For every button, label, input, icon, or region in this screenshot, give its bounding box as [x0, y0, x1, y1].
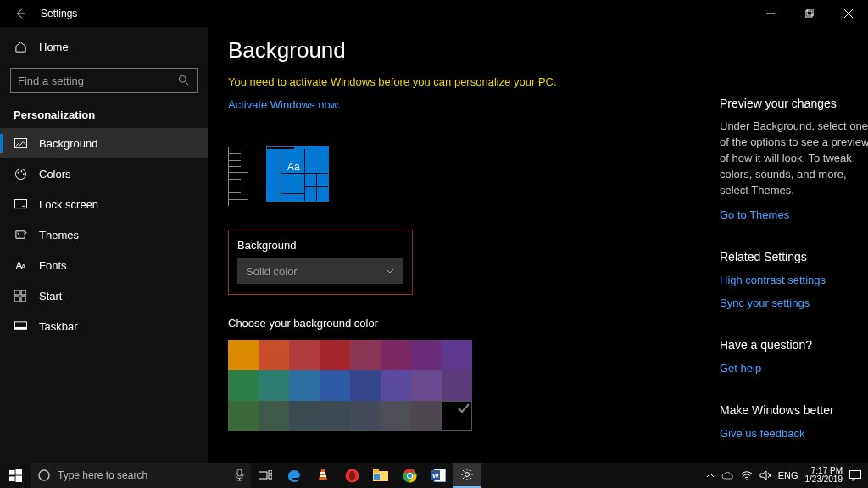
svg-point-19 [39, 470, 49, 480]
color-swatch[interactable] [320, 401, 350, 431]
taskbar: Type here to search W ENG 7:17 PM 1/23/2… [0, 463, 868, 488]
file-explorer-icon[interactable] [366, 463, 395, 488]
tray-wifi-icon[interactable] [741, 470, 753, 480]
sidebar-item-themes[interactable]: Themes [0, 219, 208, 250]
edge-icon[interactable] [280, 463, 309, 488]
svg-rect-3 [14, 138, 26, 147]
palette-icon [14, 167, 27, 180]
color-swatch[interactable] [289, 340, 320, 370]
sidebar-item-lockscreen[interactable]: Lock screen [0, 189, 208, 219]
go-to-themes-link[interactable]: Go to Themes [720, 208, 868, 224]
start-icon [14, 289, 27, 302]
chrome-icon[interactable] [395, 463, 424, 488]
color-swatch[interactable] [320, 370, 350, 401]
svg-point-38 [465, 473, 470, 477]
color-swatch[interactable] [228, 340, 259, 370]
svg-point-2 [179, 75, 186, 82]
tray-date: 1/23/2019 [805, 475, 843, 485]
svg-rect-8 [14, 199, 26, 208]
tray-volume-icon[interactable] [760, 470, 771, 480]
lockscreen-icon [14, 197, 27, 211]
color-swatch[interactable] [350, 340, 381, 370]
tray-lang[interactable]: ENG [778, 470, 798, 480]
color-swatch[interactable] [350, 401, 381, 431]
color-swatch[interactable] [228, 370, 259, 401]
maximize-button[interactable] [790, 0, 829, 27]
preview-sample-text: Aa [287, 161, 300, 173]
word-icon[interactable]: W [424, 463, 453, 488]
svg-rect-12 [21, 297, 26, 302]
close-button[interactable] [829, 0, 868, 27]
main-content: Background You need to activate Windows … [208, 27, 868, 463]
start-button[interactable] [0, 463, 31, 488]
get-help-link[interactable]: Get help [720, 361, 868, 377]
tray-chevron-icon[interactable] [706, 471, 715, 480]
svg-point-7 [22, 173, 24, 175]
sidebar-item-start[interactable]: Start [0, 280, 208, 311]
preview-tile: Aa [267, 147, 328, 201]
svg-rect-30 [374, 474, 380, 480]
taskbar-icon [14, 319, 27, 333]
svg-rect-22 [269, 470, 272, 474]
color-swatch[interactable] [381, 401, 411, 431]
task-view-icon[interactable] [251, 463, 280, 488]
color-swatch[interactable] [411, 401, 442, 431]
sidebar-item-background[interactable]: Background [0, 128, 208, 158]
sidebar-item-fonts[interactable]: AA Fonts [0, 250, 208, 280]
sidebar-item-label: Colors [39, 168, 71, 180]
vlc-icon[interactable] [309, 463, 337, 488]
activation-warning: You need to activate Windows before you … [228, 75, 686, 88]
tray-clock[interactable]: 7:17 PM 1/23/2019 [805, 467, 843, 485]
svg-rect-40 [850, 470, 861, 478]
home-label: Home [39, 41, 69, 53]
color-swatch[interactable] [442, 370, 472, 401]
color-swatch[interactable] [259, 340, 289, 370]
page-title: Background [228, 37, 686, 64]
color-swatch[interactable] [350, 370, 381, 401]
sidebar-item-colors[interactable]: Colors [0, 158, 208, 189]
color-swatch[interactable] [228, 401, 259, 431]
color-swatch[interactable] [411, 340, 442, 370]
info-pane: Preview your changes Under Background, s… [720, 37, 868, 463]
settings-taskbar-icon[interactable] [453, 463, 481, 488]
color-swatches [228, 340, 472, 431]
color-swatch[interactable] [381, 340, 411, 370]
background-dropdown-value: Solid color [246, 265, 298, 278]
color-swatch[interactable] [381, 370, 411, 401]
background-dropdown-label: Background [237, 239, 403, 252]
minimize-button[interactable] [751, 0, 790, 27]
svg-rect-23 [269, 475, 272, 479]
taskbar-mic-icon[interactable] [222, 463, 251, 488]
svg-rect-17 [9, 476, 15, 481]
color-swatch[interactable] [411, 370, 442, 401]
svg-point-39 [746, 479, 748, 480]
window-body: Home Find a setting Personalization Back… [0, 27, 868, 463]
activate-windows-link[interactable]: Activate Windows now. [228, 98, 686, 111]
sidebar-item-label: Background [39, 137, 97, 150]
sync-settings-link[interactable]: Sync your settings [720, 296, 868, 312]
color-swatch[interactable] [259, 401, 289, 431]
color-swatch[interactable] [320, 340, 350, 370]
sidebar-item-taskbar[interactable]: Taskbar [0, 311, 208, 341]
high-contrast-link[interactable]: High contrast settings [720, 273, 868, 289]
color-swatch[interactable] [442, 340, 472, 370]
sidebar-nav: Background Colors Lock screen Themes AA … [0, 128, 208, 341]
svg-point-27 [349, 470, 355, 480]
background-dropdown[interactable]: Solid color [237, 258, 403, 284]
search-input[interactable]: Find a setting [10, 68, 198, 93]
taskbar-search[interactable]: Type here to search [31, 463, 251, 488]
sidebar-item-label: Lock screen [39, 198, 98, 211]
feedback-link[interactable]: Give us feedback [720, 426, 868, 442]
color-swatch-none[interactable] [442, 401, 472, 431]
tray-onedrive-icon[interactable] [721, 471, 734, 480]
preview-heading: Preview your changes [720, 95, 868, 112]
color-swatch[interactable] [289, 401, 320, 431]
action-center-icon[interactable] [849, 470, 861, 481]
color-swatch[interactable] [259, 370, 289, 401]
back-button[interactable] [0, 0, 41, 27]
sidebar-item-label: Fonts [39, 259, 67, 272]
opera-icon[interactable] [337, 463, 366, 488]
color-swatch[interactable] [289, 370, 320, 401]
svg-rect-14 [14, 327, 26, 329]
home-button[interactable]: Home [0, 30, 208, 63]
